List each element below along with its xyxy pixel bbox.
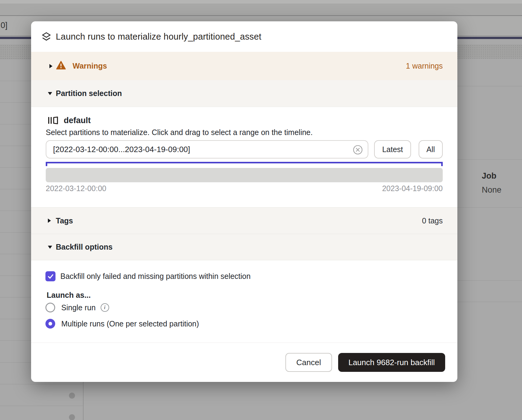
warnings-section-toggle[interactable]: Warnings 1 warnings: [31, 52, 457, 80]
divider: [457, 86, 522, 86]
warning-triangle-icon: [56, 61, 66, 70]
single-run-option: Single run: [45, 303, 109, 312]
background-job-column-header: Job: [482, 171, 496, 181]
background-job-column-value: None: [482, 185, 502, 195]
partition-selection-label: Partition selection: [56, 89, 122, 98]
divider: [457, 302, 522, 302]
backfill-options-label: Backfill options: [56, 243, 113, 251]
background-row: [0, 4, 522, 16]
partition-icon: [48, 116, 59, 125]
tags-label: Tags: [56, 216, 73, 225]
clear-selection-icon[interactable]: [353, 145, 363, 155]
partition-dimension-name: default: [64, 116, 91, 125]
dialog-header: Launch runs to materialize hourly_partit…: [31, 21, 457, 52]
partition-hint-text: Select partitions to materialize. Click …: [46, 128, 313, 137]
screen: 0] Job None Launch runs to materialize h…: [0, 0, 522, 420]
asset-layers-icon: [42, 32, 51, 42]
multiple-runs-option: Multiple runs (One per selected partitio…: [45, 319, 199, 329]
tags-count: 0 tags: [422, 216, 443, 225]
divider: [457, 280, 522, 281]
backfill-only-failed-row: Backfill only failed and missing partiti…: [45, 271, 251, 281]
partition-dimension-row: default: [48, 115, 91, 126]
chevron-down-icon: [48, 92, 52, 95]
latest-button[interactable]: Latest: [374, 140, 411, 158]
dialog-footer: Cancel Launch 9682-run backfill: [31, 343, 457, 382]
background-status-dot: [69, 393, 75, 399]
backfill-only-failed-checkbox[interactable]: [45, 271, 55, 281]
backfill-only-failed-label: Backfill only failed and missing partiti…: [60, 272, 251, 281]
chevron-right-icon: [49, 64, 52, 68]
divider: [457, 159, 522, 160]
warnings-count: 1 warnings: [406, 62, 443, 70]
tags-section-toggle[interactable]: Tags 0 tags: [31, 207, 457, 234]
partition-selection-toggle[interactable]: Partition selection: [31, 80, 457, 107]
range-start-label: 2022-03-12-00:00: [46, 184, 106, 193]
partition-range-input[interactable]: [2022-03-12-00:00...2023-04-19-09:00]: [46, 140, 368, 158]
timeline-range-labels: 2022-03-12-00:00 2023-04-19-09:00: [46, 184, 443, 193]
partition-range-value: [2022-03-12-00:00...2023-04-19-09:00]: [53, 145, 190, 154]
cancel-button[interactable]: Cancel: [285, 353, 332, 372]
divider: [0, 384, 83, 384]
range-end-label: 2023-04-19-09:00: [382, 184, 443, 193]
partition-timeline[interactable]: [46, 168, 443, 182]
background-top-bar: [0, 0, 522, 4]
single-run-label: Single run: [61, 303, 96, 312]
launch-backfill-dialog: Launch runs to materialize hourly_partit…: [31, 21, 457, 382]
divider: [457, 207, 522, 208]
warnings-label: Warnings: [73, 62, 107, 70]
multiple-runs-label: Multiple runs (One per selected partitio…: [61, 319, 199, 328]
selection-bracket: [46, 162, 443, 166]
chevron-right-icon: [48, 219, 51, 223]
launch-as-label: Launch as...: [47, 291, 91, 300]
single-run-radio[interactable]: [45, 303, 55, 312]
background-truncated-text: 0]: [1, 21, 8, 30]
divider: [0, 406, 83, 406]
background-column-divider: [83, 382, 84, 420]
chevron-down-icon: [48, 246, 52, 249]
info-icon[interactable]: [101, 303, 109, 312]
launch-backfill-button[interactable]: Launch 9682-run backfill: [338, 353, 445, 372]
checkmark-icon: [47, 273, 54, 280]
multiple-runs-radio[interactable]: [45, 319, 55, 329]
dialog-title: Launch runs to materialize hourly_partit…: [56, 21, 261, 52]
backfill-options-toggle[interactable]: Backfill options: [31, 234, 457, 260]
background-status-dot: [69, 414, 75, 420]
all-button[interactable]: All: [419, 140, 443, 158]
